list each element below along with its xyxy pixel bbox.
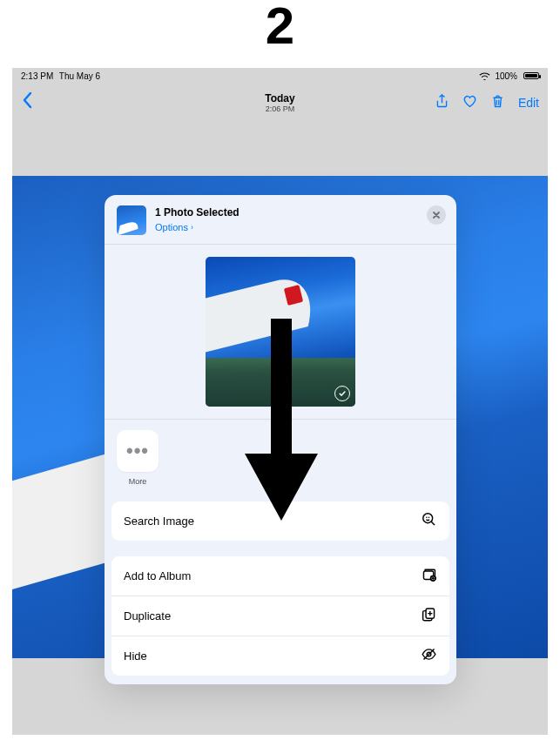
status-date: Thu May 6 — [59, 71, 100, 81]
search-image-label: Search Image — [124, 515, 194, 528]
album-add-icon — [421, 566, 437, 586]
header-thumbnail — [117, 205, 146, 235]
status-time: 2:13 PM — [21, 71, 53, 81]
back-button[interactable] — [21, 91, 33, 115]
add-to-album-label: Add to Album — [124, 569, 191, 582]
favorite-button[interactable] — [462, 94, 477, 111]
wifi-icon — [479, 71, 490, 80]
hide-label: Hide — [124, 649, 147, 663]
svg-point-2 — [428, 517, 430, 519]
share-sheet: 1 Photo Selected Options› — [105, 195, 456, 684]
hide-item[interactable]: Hide — [111, 636, 449, 676]
nav-title: Today 2:06 PM — [265, 92, 294, 113]
duplicate-item[interactable]: Duplicate — [111, 596, 449, 636]
search-image-icon — [421, 511, 437, 531]
selected-checkmark-icon — [334, 386, 350, 401]
share-sheet-title: 1 Photo Selected — [155, 206, 240, 219]
svg-point-1 — [426, 517, 428, 519]
nav-title-main: Today — [265, 92, 294, 104]
status-bar: 2:13 PM Thu May 6 100% — [12, 68, 548, 84]
selected-photo-thumbnail[interactable] — [206, 257, 355, 407]
options-button[interactable]: Options› — [155, 222, 193, 232]
edit-button[interactable]: Edit — [518, 96, 539, 110]
ipad-frame: 2:13 PM Thu May 6 100% Today 2:06 PM — [12, 68, 548, 735]
eye-slash-icon — [421, 646, 437, 666]
battery-icon — [522, 72, 539, 79]
status-battery-percent: 100% — [495, 71, 517, 81]
nav-bar: Today 2:06 PM Edit — [12, 84, 548, 122]
nav-title-sub: 2:06 PM — [265, 104, 294, 113]
annotation-step-number: 2 — [266, 0, 294, 52]
chevron-right-icon: › — [191, 223, 193, 232]
add-to-album-item[interactable]: Add to Album — [111, 556, 449, 596]
share-sheet-header: 1 Photo Selected Options› — [105, 195, 456, 244]
duplicate-icon — [421, 606, 437, 626]
share-button[interactable] — [435, 94, 449, 111]
trash-button[interactable] — [490, 94, 505, 111]
more-button[interactable]: ••• — [117, 430, 159, 472]
duplicate-label: Duplicate — [124, 609, 171, 622]
close-button[interactable] — [427, 205, 446, 225]
more-label: More — [117, 477, 159, 486]
ellipsis-icon: ••• — [126, 445, 149, 456]
search-image-item[interactable]: Search Image — [111, 501, 449, 541]
svg-point-0 — [423, 514, 433, 523]
